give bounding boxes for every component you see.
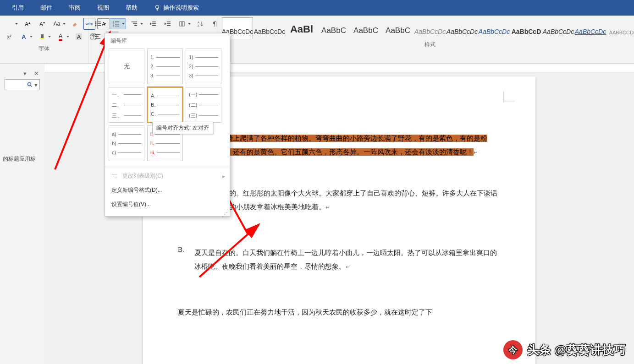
- ribbon-tabbar: 引用 邮件 审阅 视图 帮助 操作说明搜索: [0, 0, 634, 16]
- font-group-label: 字体: [3, 43, 85, 54]
- style-no-spacing[interactable]: AaBbCcDc无间隔: [254, 17, 285, 39]
- svg-text:A: A: [198, 21, 199, 24]
- font-color-button[interactable]: A: [54, 31, 71, 42]
- style-subtle-emphasis[interactable]: AaBbCcDc不明显强调: [414, 17, 446, 39]
- svg-point-6: [95, 23, 97, 25]
- numopt-none[interactable]: 无: [109, 49, 144, 64]
- style-intense-emphasis[interactable]: AaBbCcDc明显强调: [479, 17, 510, 39]
- tell-me-search[interactable]: 操作说明搜索: [146, 0, 207, 16]
- svg-rect-19: [152, 22, 156, 22]
- svg-rect-25: [180, 22, 182, 26]
- svg-rect-17: [133, 23, 137, 24]
- svg-rect-11: [115, 22, 119, 22]
- svg-point-4: [95, 22, 97, 23]
- lightbulb-icon: [154, 5, 160, 11]
- align-left-button[interactable]: [91, 31, 104, 42]
- multilevel-icon: [131, 21, 138, 27]
- svg-rect-23: [167, 23, 171, 24]
- svg-rect-22: [167, 22, 171, 22]
- bullets-icon: [94, 21, 101, 27]
- align-left-icon: [94, 33, 101, 40]
- change-case-button[interactable]: Aa: [50, 18, 67, 29]
- svg-rect-31: [95, 38, 100, 39]
- numbering-button[interactable]: 123: [110, 18, 126, 29]
- svg-rect-18: [134, 25, 137, 26]
- svg-rect-21: [152, 25, 156, 26]
- svg-rect-15: [115, 26, 119, 27]
- style-intense-quote[interactable]: AaBbCcDc明显引用: [575, 17, 606, 39]
- grow-font-button[interactable]: A▴: [21, 18, 34, 29]
- tell-me-label: 操作说明搜索: [163, 4, 199, 12]
- asian-icon: [179, 21, 185, 27]
- svg-rect-24: [167, 25, 171, 26]
- tab-mail[interactable]: 邮件: [32, 0, 61, 16]
- ribbon: A▴ A▾ Aa wén A x² A A A 字 字体 123 AZ: [0, 16, 634, 64]
- multilevel-list-button[interactable]: [128, 18, 144, 29]
- superscript-button[interactable]: x²: [3, 31, 16, 42]
- increase-indent-button[interactable]: [161, 18, 174, 29]
- svg-point-8: [95, 25, 97, 27]
- numopt-decimal-paren[interactable]: 1)2)3): [186, 49, 221, 64]
- clear-format-button[interactable]: [69, 18, 82, 29]
- numbering-icon: 123: [113, 21, 119, 27]
- svg-rect-20: [152, 23, 156, 24]
- style-subtle-ref[interactable]: AABBCCDc不明显参: [607, 17, 634, 39]
- numopt-decimal-dot[interactable]: 1.2.3.: [147, 49, 183, 64]
- style-heading2[interactable]: AaBbC标题 2: [318, 17, 349, 39]
- highlight-icon: [39, 33, 45, 40]
- sort-icon: AZ: [197, 21, 204, 27]
- popup-title: 编号库: [105, 33, 230, 49]
- tab-review[interactable]: 审阅: [61, 0, 89, 16]
- decrease-indent-button[interactable]: [146, 18, 159, 29]
- styles-gallery[interactable]: AaBbCcDc正文 AaBbCcDc无间隔 AaBl标题 1 AaBbC标题 …: [222, 17, 634, 39]
- svg-rect-3: [40, 38, 44, 39]
- style-title[interactable]: AaBbC标题: [350, 17, 381, 39]
- svg-rect-29: [95, 34, 100, 35]
- tab-references[interactable]: 引用: [4, 0, 32, 16]
- highlight-button[interactable]: [36, 31, 52, 42]
- indent-icon: [164, 21, 171, 27]
- tab-help[interactable]: 帮助: [117, 0, 146, 16]
- style-quote[interactable]: AaBbCcDc引用: [543, 17, 574, 39]
- svg-point-0: [156, 5, 159, 9]
- tab-view[interactable]: 视图: [89, 0, 117, 16]
- char-shading-button[interactable]: A: [72, 31, 85, 42]
- svg-text:Z: Z: [198, 24, 199, 27]
- svg-rect-26: [182, 22, 184, 26]
- style-strong[interactable]: AaBbCcD要点: [511, 17, 542, 39]
- svg-rect-9: [98, 25, 101, 26]
- svg-text:3: 3: [113, 25, 114, 27]
- svg-rect-30: [95, 36, 99, 37]
- shrink-font-button[interactable]: A▾: [36, 18, 49, 29]
- svg-rect-7: [98, 23, 101, 24]
- asian-layout-button[interactable]: [176, 18, 192, 29]
- sort-button[interactable]: AZ: [194, 18, 207, 29]
- eraser-icon: [72, 21, 78, 27]
- style-heading1[interactable]: AaBl标题 1: [286, 17, 317, 39]
- text-effects-button[interactable]: A: [17, 31, 34, 42]
- svg-rect-16: [132, 22, 137, 22]
- style-subtitle[interactable]: AaBbC副标题: [382, 17, 413, 39]
- font-dropdown[interactable]: [3, 18, 19, 29]
- svg-rect-5: [98, 22, 101, 22]
- pilcrow-icon: [212, 21, 218, 27]
- numbering-gallery-popup: 编号库 无 1.2.3. 1)2)3) 一、二、三、 A.B.C. (一)(二)…: [105, 33, 230, 64]
- svg-rect-13: [115, 24, 119, 25]
- styles-group-label: 样式: [222, 39, 634, 63]
- bullets-button[interactable]: [91, 18, 108, 29]
- outdent-icon: [149, 21, 156, 27]
- style-emphasis[interactable]: AaBbCcDc强调: [447, 17, 478, 39]
